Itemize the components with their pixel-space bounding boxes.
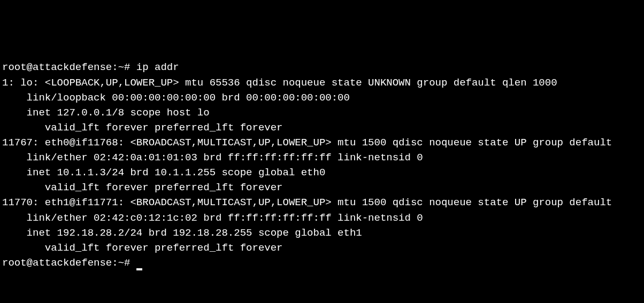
output-line: valid_lft forever preferred_lft forever [2,180,642,195]
shell-prompt: root@attackdefense:~# [2,257,136,269]
output-line: link/ether 02:42:0a:01:01:03 brd ff:ff:f… [2,150,642,165]
terminal-output[interactable]: root@attackdefense:~# ip addr1: lo: <LOO… [2,60,642,270]
command-line: root@attackdefense:~# [2,255,642,270]
output-line: inet 127.0.0.1/8 scope host lo [2,105,642,120]
typed-command: ip addr [136,61,179,73]
output-line: valid_lft forever preferred_lft forever [2,240,642,255]
shell-prompt: root@attackdefense:~# [2,61,136,73]
command-line: root@attackdefense:~# ip addr [2,60,642,75]
output-line: 1: lo: <LOOPBACK,UP,LOWER_UP> mtu 65536 … [2,75,642,90]
output-line: inet 10.1.1.3/24 brd 10.1.1.255 scope gl… [2,165,642,180]
output-line: valid_lft forever preferred_lft forever [2,120,642,135]
output-line: 11770: eth1@if11771: <BROADCAST,MULTICAS… [2,195,642,210]
output-line: inet 192.18.28.2/24 brd 192.18.28.255 sc… [2,226,642,240]
cursor-icon [136,268,142,270]
output-line: link/ether 02:42:c0:12:1c:02 brd ff:ff:f… [2,211,642,226]
output-line: 11767: eth0@if11768: <BROADCAST,MULTICAS… [2,135,642,150]
output-line: link/loopback 00:00:00:00:00:00 brd 00:0… [2,90,642,105]
